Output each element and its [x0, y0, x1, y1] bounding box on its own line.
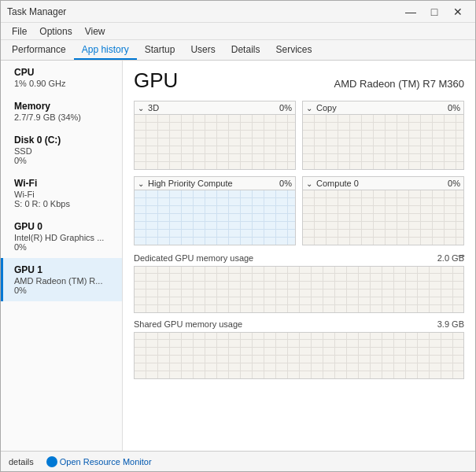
- sidebar-cpu-title: CPU: [14, 67, 114, 78]
- graph-copy-canvas: [303, 114, 463, 169]
- sidebar-gpu0-title: GPU 0: [14, 221, 114, 232]
- dedicated-memory-label: Dedicated GPU memory usage: [134, 253, 253, 263]
- sidebar-gpu0-sub: Intel(R) HD Graphics ...: [14, 233, 114, 242]
- maximize-button[interactable]: □: [423, 4, 445, 20]
- menu-options[interactable]: Options: [33, 24, 78, 39]
- graph-highpri: ⌄ High Priority Compute 0%: [134, 176, 296, 245]
- menu-view[interactable]: View: [79, 24, 112, 39]
- tab-services[interactable]: Services: [268, 41, 319, 60]
- graph-compute0-header: ⌄ Compute 0 0%: [303, 177, 463, 190]
- footer-details: details: [9, 457, 34, 466]
- graph-highpri-header: ⌄ High Priority Compute 0%: [135, 177, 295, 190]
- graph-highpri-canvas: [135, 190, 295, 245]
- dedicated-memory-label-row: Dedicated GPU memory usage 2.0 GB: [134, 252, 464, 264]
- chevron-highpri-icon: ⌄: [138, 179, 144, 188]
- title-bar: Task Manager — □ ✕: [1, 1, 475, 23]
- sidebar-wifi-stat: S: 0 R: 0 Kbps: [14, 199, 114, 208]
- sidebar-item-wifi[interactable]: Wi-Fi Wi-Fi S: 0 R: 0 Kbps: [1, 171, 122, 215]
- chevron-compute0-icon: ⌄: [306, 179, 312, 188]
- dedicated-memory-value: 2.0 GB: [437, 253, 464, 263]
- graph-3d: ⌄ 3D 0%: [134, 101, 296, 170]
- open-resource-monitor-link[interactable]: Open Resource Monitor: [46, 456, 152, 467]
- tab-app-history[interactable]: App history: [74, 41, 137, 60]
- sidebar-item-gpu1[interactable]: GPU 1 AMD Radeon (TM) R... 0%: [1, 258, 122, 301]
- window-title: Task Manager: [7, 6, 66, 17]
- graph-3d-header: ⌄ 3D 0%: [135, 101, 295, 114]
- content-area: CPU 1% 0.90 GHz Memory 2.7/7.9 GB (34%) …: [1, 61, 475, 451]
- graph-3d-percent: 0%: [279, 103, 292, 112]
- shared-memory-label-row: Shared GPU memory usage 3.9 GB: [134, 318, 464, 330]
- graph-copy-percent: 0%: [448, 103, 460, 112]
- window-controls: — □ ✕: [400, 4, 469, 20]
- sidebar-cpu-sub: 1% 0.90 GHz: [14, 79, 114, 88]
- sidebar-item-cpu[interactable]: CPU 1% 0.90 GHz: [1, 61, 122, 94]
- graph-copy: ⌄ Copy 0%: [302, 101, 464, 170]
- menu-bar: File Options View: [1, 23, 475, 40]
- close-button[interactable]: ✕: [447, 4, 469, 20]
- graph-compute0: ⌄ Compute 0 0%: [302, 176, 464, 245]
- shared-memory-label: Shared GPU memory usage: [134, 319, 242, 329]
- graph-highpri-label: ⌄ High Priority Compute: [138, 179, 233, 188]
- tab-startup[interactable]: Startup: [137, 41, 183, 60]
- graph-3d-label: ⌄ 3D: [138, 103, 159, 112]
- footer: details Open Resource Monitor: [1, 451, 475, 471]
- resource-monitor-icon: [46, 456, 57, 467]
- tab-users[interactable]: Users: [183, 41, 223, 60]
- sidebar-memory-title: Memory: [14, 101, 114, 112]
- sidebar-gpu1-title: GPU 1: [14, 264, 114, 275]
- sidebar-gpu1-sub: AMD Radeon (TM) R...: [14, 276, 114, 286]
- minimize-button[interactable]: —: [400, 4, 422, 20]
- gpu-header: GPU AMD Radeon (TM) R7 M360: [134, 68, 464, 93]
- sidebar-item-gpu0[interactable]: GPU 0 Intel(R) HD Graphics ... 0%: [1, 215, 122, 258]
- tab-performance[interactable]: Performance: [4, 41, 74, 60]
- graph-3d-canvas: [135, 114, 295, 169]
- main-panel: GPU AMD Radeon (TM) R7 M360 ⌄ 3D 0%: [123, 61, 475, 451]
- sidebar: CPU 1% 0.90 GHz Memory 2.7/7.9 GB (34%) …: [1, 61, 123, 451]
- graph-highpri-percent: 0%: [279, 179, 292, 188]
- graphs-grid: ⌄ 3D 0% ⌄ Copy 0%: [134, 101, 464, 245]
- menu-file[interactable]: File: [6, 24, 33, 39]
- shared-memory-graph: [134, 332, 464, 379]
- sidebar-memory-sub: 2.7/7.9 GB (34%): [14, 112, 114, 122]
- graph-copy-header: ⌄ Copy 0%: [303, 101, 463, 114]
- graph-compute0-percent: 0%: [448, 179, 460, 188]
- gpu-fullname: AMD Radeon (TM) R7 M360: [334, 78, 464, 90]
- tab-bar: Performance App history Startup Users De…: [1, 40, 475, 61]
- gpu-label: GPU: [134, 68, 178, 93]
- sidebar-disk0-stat: 0%: [14, 156, 114, 165]
- dedicated-memory-graph: [134, 266, 464, 313]
- sidebar-gpu1-stat: 0%: [14, 286, 114, 295]
- graph-copy-label: ⌄ Copy: [306, 103, 337, 112]
- task-manager-window: Task Manager — □ ✕ File Options View Per…: [0, 0, 476, 472]
- sidebar-disk0-title: Disk 0 (C:): [14, 135, 114, 146]
- memory-section: Dedicated GPU memory usage 2.0 GB Shared…: [134, 252, 464, 379]
- sidebar-disk0-sub: SSD: [14, 146, 114, 156]
- chevron-3d-icon: ⌄: [138, 104, 144, 112]
- graph-compute0-canvas: [303, 190, 463, 245]
- tab-details[interactable]: Details: [223, 41, 268, 60]
- sidebar-item-memory[interactable]: Memory 2.7/7.9 GB (34%): [1, 94, 122, 128]
- chevron-copy-icon: ⌄: [306, 104, 312, 112]
- sidebar-wifi-sub: Wi-Fi: [14, 190, 114, 199]
- resource-monitor-label: Open Resource Monitor: [60, 457, 152, 466]
- sidebar-item-disk0[interactable]: Disk 0 (C:) SSD 0%: [1, 128, 122, 171]
- shared-memory-value: 3.9 GB: [437, 319, 464, 329]
- sidebar-gpu0-stat: 0%: [14, 242, 114, 252]
- graph-compute0-label: ⌄ Compute 0: [306, 179, 359, 188]
- sidebar-wifi-title: Wi-Fi: [14, 178, 114, 189]
